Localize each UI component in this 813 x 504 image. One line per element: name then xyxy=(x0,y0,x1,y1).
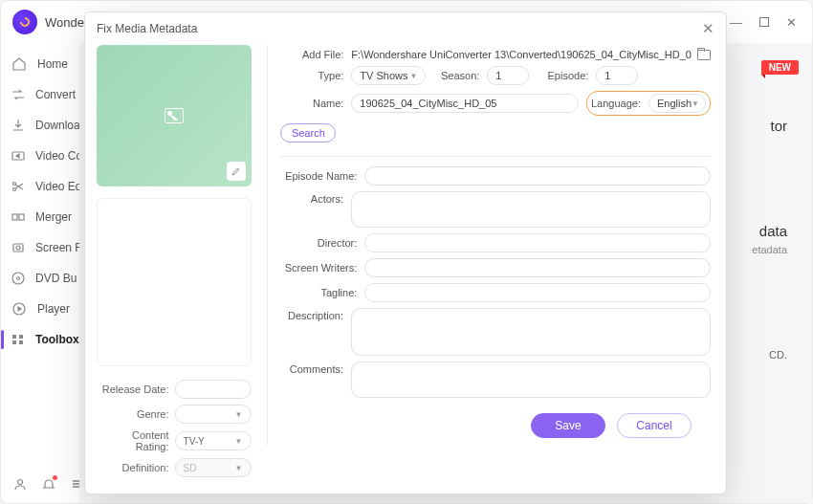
new-badge: NEW xyxy=(761,60,799,75)
svg-rect-3 xyxy=(12,214,17,220)
home-icon xyxy=(11,56,28,72)
definition-label: Definition: xyxy=(97,462,175,473)
actors-input[interactable] xyxy=(351,191,711,228)
episode-name-label: Episode Name: xyxy=(278,170,364,182)
tagline-label: Tagline: xyxy=(278,287,364,298)
sidebar-item-record[interactable]: Screen R xyxy=(1,232,79,263)
cancel-button[interactable]: Cancel xyxy=(617,413,692,438)
episode-name-input[interactable] xyxy=(364,166,711,186)
tagline-input[interactable] xyxy=(364,283,711,302)
language-select[interactable]: English▼ xyxy=(648,94,706,113)
sidebar-label: Merger xyxy=(35,210,72,224)
sidebar-item-compress[interactable]: Video Co xyxy=(1,141,79,171)
convert-icon xyxy=(11,87,26,102)
bg-text: tor xyxy=(770,118,787,134)
language-label: Language: xyxy=(591,98,643,109)
actors-label: Actors: xyxy=(278,191,351,205)
sidebar-label: Toolbox xyxy=(35,333,79,346)
episode-input[interactable] xyxy=(596,66,638,85)
results-list xyxy=(97,198,252,366)
maximize-button[interactable] xyxy=(759,15,769,30)
content-rating-label: Content Rating: xyxy=(97,429,175,452)
search-button[interactable]: Search xyxy=(280,123,336,142)
bg-text: etadata xyxy=(752,244,787,255)
media-preview xyxy=(97,45,252,186)
add-file-path: F:\Wondershare UniConverter 13\Converted… xyxy=(351,49,692,60)
toolbox-icon xyxy=(11,332,26,347)
comments-label: Comments: xyxy=(278,362,351,375)
play-icon xyxy=(11,301,28,317)
genre-select[interactable]: ▼ xyxy=(175,405,252,424)
type-select[interactable]: TV Shows▼ xyxy=(351,66,426,85)
modal-close-button[interactable]: ✕ xyxy=(702,20,714,37)
release-date-label: Release Date: xyxy=(97,383,175,395)
description-label: Description: xyxy=(278,308,351,321)
sidebar-item-home[interactable]: Home xyxy=(1,49,79,79)
save-button[interactable]: Save xyxy=(531,413,605,438)
svg-rect-5 xyxy=(13,244,23,252)
app-title: Wonder xyxy=(45,15,88,30)
sidebar-item-download[interactable]: Downloa xyxy=(1,110,79,141)
folder-icon[interactable] xyxy=(697,50,711,60)
add-file-label: Add File: xyxy=(278,49,351,60)
left-pane: Release Date: Genre: ▼ Content Rating: T… xyxy=(85,45,263,493)
screen-writers-label: Screen Writers: xyxy=(278,262,364,274)
record-icon xyxy=(11,240,26,255)
sidebar-label: Player xyxy=(37,302,70,316)
sidebar-label: Home xyxy=(37,57,68,71)
season-label: Season: xyxy=(426,70,487,81)
episode-label: Episode: xyxy=(529,70,596,81)
svg-rect-12 xyxy=(12,340,16,344)
director-input[interactable] xyxy=(364,233,711,252)
vertical-divider xyxy=(267,45,268,446)
sidebar: Home Convert Downloa Video Co Video Ed M… xyxy=(1,43,79,503)
svg-rect-10 xyxy=(12,335,16,339)
close-button[interactable]: ✕ xyxy=(786,15,797,30)
sidebar-label: Screen R xyxy=(35,241,83,254)
genre-label: Genre: xyxy=(97,408,175,420)
compress-icon xyxy=(11,148,26,164)
app-logo xyxy=(12,10,37,34)
sidebar-label: DVD Bu xyxy=(35,272,77,285)
svg-rect-11 xyxy=(19,335,23,339)
sidebar-footer xyxy=(1,465,79,503)
director-label: Director: xyxy=(278,237,364,249)
definition-select[interactable]: SD▼ xyxy=(175,458,252,477)
sidebar-item-merger[interactable]: Merger xyxy=(1,202,79,232)
bg-text: data xyxy=(759,223,787,239)
svg-point-14 xyxy=(18,480,23,485)
sidebar-item-dvd[interactable]: DVD Bu xyxy=(1,263,79,294)
horizontal-divider xyxy=(278,156,711,157)
bell-icon[interactable] xyxy=(41,476,56,492)
svg-point-8 xyxy=(17,277,20,280)
name-input[interactable] xyxy=(351,94,579,113)
user-icon[interactable] xyxy=(12,476,28,492)
description-input[interactable] xyxy=(351,308,711,356)
modal-body: Release Date: Genre: ▼ Content Rating: T… xyxy=(85,45,726,493)
svg-point-6 xyxy=(16,246,20,250)
sidebar-label: Downloa xyxy=(35,119,80,132)
edit-preview-button[interactable] xyxy=(227,162,246,181)
name-label: Name: xyxy=(278,98,351,109)
sidebar-item-edit[interactable]: Video Ed xyxy=(1,171,79,202)
svg-point-7 xyxy=(12,273,24,284)
scissors-icon xyxy=(11,179,26,194)
sidebar-label: Video Ed xyxy=(35,180,82,193)
release-date-input[interactable] xyxy=(175,380,252,399)
sidebar-item-player[interactable]: Player xyxy=(1,294,79,324)
sidebar-item-convert[interactable]: Convert xyxy=(1,79,79,110)
window-controls: — ✕ xyxy=(730,15,802,30)
content-rating-select[interactable]: TV-Y▼ xyxy=(175,431,252,450)
left-fields: Release Date: Genre: ▼ Content Rating: T… xyxy=(97,374,252,477)
merge-icon xyxy=(11,209,26,225)
type-label: Type: xyxy=(278,70,351,81)
screen-writers-input[interactable] xyxy=(364,258,711,277)
minimize-button[interactable]: — xyxy=(730,15,742,30)
sidebar-item-toolbox[interactable]: Toolbox xyxy=(1,324,79,355)
comments-input[interactable] xyxy=(351,362,711,398)
language-highlight: Language: English▼ xyxy=(586,91,711,116)
modal-title: Fix Media Metadata xyxy=(97,22,197,35)
season-input[interactable] xyxy=(487,66,529,85)
sidebar-label: Convert xyxy=(35,88,76,101)
right-pane: Add File: F:\Wondershare UniConverter 13… xyxy=(271,45,726,493)
